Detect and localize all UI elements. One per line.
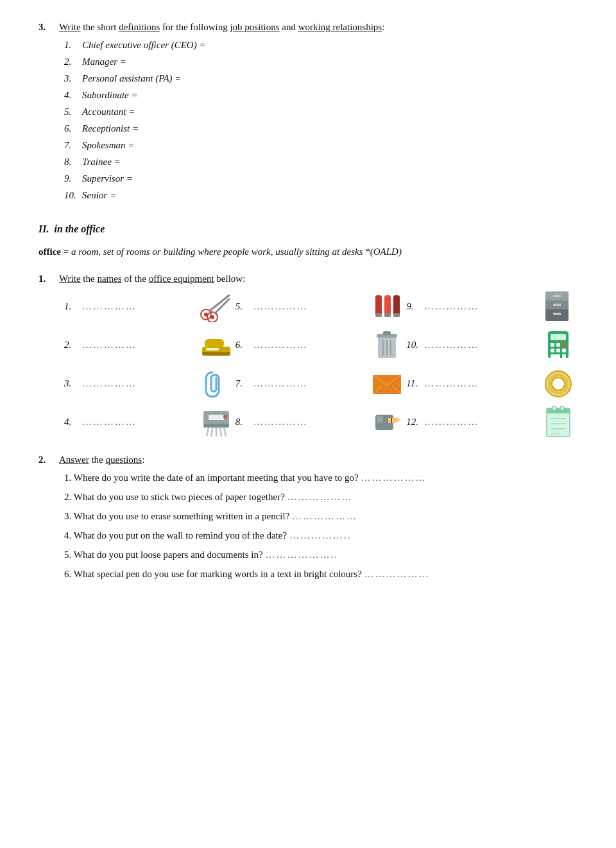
item-label-8: Trainee = — [82, 154, 121, 169]
list-item: 8. Trainee = — [64, 154, 578, 169]
write-names-section: 1. Write the names of the office equipme… — [38, 271, 578, 439]
calculator-icon — [539, 327, 578, 362]
answer-item-text-6: What special pen do you use for marking … — [74, 569, 362, 579]
svg-point-65 — [552, 406, 556, 410]
filing-cabinet-icon — [539, 289, 578, 324]
equipment-grid: 1. …………… 5. …………… — [64, 289, 578, 439]
svg-rect-10 — [384, 313, 391, 317]
svg-rect-36 — [562, 349, 566, 352]
svg-rect-58 — [391, 418, 392, 423]
answer-item-text-5: What do you put loose papers and documen… — [74, 549, 263, 560]
section-ii-header: II. in the office — [38, 221, 578, 238]
section3-number: 3. — [38, 19, 59, 35]
svg-rect-21 — [202, 352, 230, 356]
list-item: 6. What special pen do you use for marki… — [64, 566, 578, 582]
list-item: 7. Spokesman = — [64, 137, 578, 153]
list-item: 4. What do you put on the wall to remind… — [64, 528, 578, 543]
list-item: 1. Chief executive officer (CEO) = — [64, 37, 578, 53]
equip-dots-4: …………… — [82, 414, 193, 429]
list-item: 10. Senior = — [64, 187, 578, 203]
item-label-2: Manager = — [82, 54, 126, 69]
shredder-icon — [197, 404, 235, 439]
write-names-header: 1. Write the names of the office equipme… — [38, 271, 578, 286]
svg-point-53 — [223, 415, 227, 419]
answer-item-num-4: 4. — [64, 530, 74, 541]
item-num-3: 3. — [64, 71, 82, 86]
svg-line-51 — [224, 428, 226, 437]
equip-item-7: 7. …………… — [235, 366, 407, 401]
trash-bin-icon — [368, 327, 406, 362]
equip-item-6: 6. …………… — [235, 327, 407, 362]
svg-point-43 — [552, 377, 565, 390]
svg-rect-46 — [203, 424, 229, 428]
svg-point-4 — [204, 313, 208, 316]
item-num-2: 2. — [64, 54, 82, 69]
answer-num: 2. — [38, 452, 59, 467]
job-positions-underline: job positions — [230, 22, 279, 32]
answer-section: 2. Answer the questions: 1. Where do you… — [38, 452, 578, 582]
answer-item-num-6: 6. — [64, 569, 74, 579]
office-definition: office = a room, set of rooms or buildin… — [38, 244, 578, 259]
item-label-6: Receptionist = — [82, 121, 139, 136]
item-num-8: 8. — [64, 154, 82, 169]
svg-rect-34 — [551, 349, 554, 352]
svg-rect-33 — [562, 343, 566, 347]
item-num-10: 10. — [64, 187, 82, 203]
list-item: 2. Manager = — [64, 54, 578, 69]
equip-num-12: 12. — [406, 414, 420, 429]
sharpener-icon — [368, 404, 406, 439]
write-underline: Write — [59, 22, 81, 32]
equip-item-1: 1. …………… — [64, 289, 235, 324]
job-positions-list: 1. Chief executive officer (CEO) = 2. Ma… — [64, 37, 578, 203]
list-item: 5. What do you put loose papers and docu… — [64, 547, 578, 562]
answer-item-text-4: What do you put on the wall to remind yo… — [74, 530, 287, 541]
svg-line-47 — [207, 428, 209, 437]
office-equip-underline: office equipment — [149, 273, 214, 284]
write-names-num: 1. — [38, 271, 59, 286]
item-num-7: 7. — [64, 137, 82, 153]
svg-line-48 — [211, 428, 212, 437]
svg-rect-32 — [556, 343, 560, 347]
equip-dots-2: …………… — [82, 337, 193, 352]
envelope-icon — [368, 366, 406, 401]
markers-icon — [368, 289, 406, 324]
svg-rect-20 — [205, 339, 224, 348]
svg-point-66 — [560, 406, 564, 410]
names-underline: names — [97, 273, 121, 284]
write-names-title: Write the names of the office equipment … — [59, 271, 245, 286]
section3-title: Write the short definitions for the foll… — [59, 19, 384, 35]
item-num-4: 4. — [64, 87, 82, 103]
svg-rect-22 — [206, 348, 219, 350]
stapler-icon — [197, 327, 235, 362]
list-item: 3. What do you use to erase something wr… — [64, 508, 578, 524]
equip-num-10: 10. — [406, 337, 420, 352]
svg-rect-37 — [551, 354, 560, 358]
equip-item-8: 8. …………… — [235, 404, 407, 439]
equip-dots-8: …………… — [253, 414, 364, 429]
answer-dots-2: ……………… — [287, 492, 353, 502]
answer-dots-1: ……………… — [361, 472, 427, 483]
office-def-text: a room, set of rooms or building where p… — [71, 247, 402, 257]
svg-rect-17 — [553, 304, 561, 306]
answer-dots-3: ……………… — [292, 511, 357, 521]
item-num-1: 1. — [64, 37, 82, 53]
answer-questions-list: 1. Where do you write the date of an imp… — [64, 470, 578, 582]
working-relationships-underline: working relationships — [298, 22, 382, 32]
equip-num-4: 4. — [64, 414, 78, 429]
list-item: 2. What do you use to stick two pieces o… — [64, 489, 578, 505]
item-label-7: Spokesman = — [82, 137, 134, 153]
equip-num-2: 2. — [64, 337, 78, 352]
equip-item-4: 4. …………… — [64, 404, 235, 439]
svg-rect-9 — [375, 313, 382, 317]
scissors-icon — [197, 289, 235, 324]
equip-item-2: 2. …………… — [64, 327, 235, 362]
item-label-10: Senior = — [82, 187, 116, 203]
svg-rect-52 — [209, 415, 224, 420]
list-item: 1. Where do you write the date of an imp… — [64, 470, 578, 485]
equip-dots-6: …………… — [253, 337, 364, 352]
equip-num-3: 3. — [64, 376, 78, 391]
equip-item-9: 9. …………… — [406, 289, 578, 324]
equip-num-1: 1. — [64, 299, 78, 314]
svg-rect-35 — [556, 349, 560, 352]
svg-rect-16 — [553, 295, 561, 297]
